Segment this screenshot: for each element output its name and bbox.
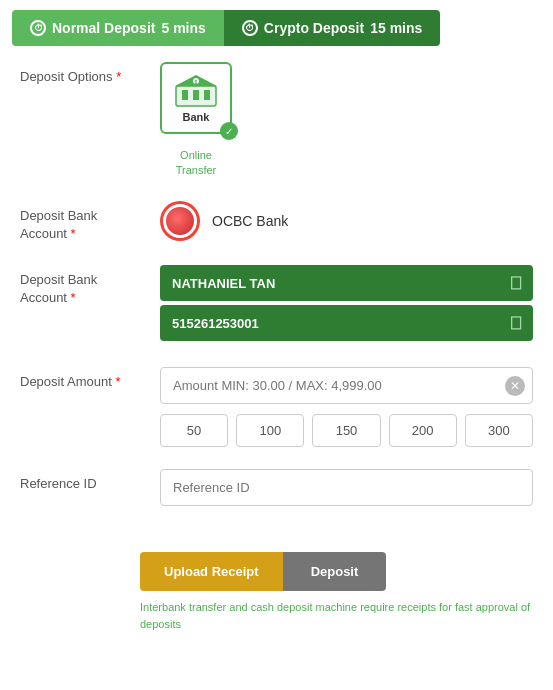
tab-normal-label: Normal Deposit (52, 20, 155, 36)
account-name-text: NATHANIEL TAN (172, 276, 275, 291)
bank-select-row: Deposit Bank Account * OCBC Bank (20, 201, 533, 243)
svg-rect-3 (193, 90, 199, 100)
quick-amount-100[interactable]: 100 (236, 414, 304, 447)
account-number-text: 515261253001 (172, 316, 259, 331)
quick-amounts: 50 100 150 200 300 (160, 414, 533, 447)
bank-option-label: Bank (183, 111, 210, 123)
quick-amount-200[interactable]: 200 (389, 414, 457, 447)
deposit-options-label: Deposit Options * (20, 62, 160, 86)
reference-label: Reference ID (20, 469, 160, 493)
reference-input[interactable] (160, 469, 533, 506)
bank-select-content: OCBC Bank (160, 201, 533, 241)
bank-icon: $ (174, 73, 218, 109)
bank-option-box[interactable]: $ Bank ✓ (160, 62, 232, 134)
reference-row: Reference ID (20, 469, 533, 506)
bank-row: OCBC Bank (160, 201, 533, 241)
notice-text: Interbank transfer and cash deposit mach… (140, 599, 553, 632)
account-fields-row: Deposit Bank Account * NATHANIEL TAN ⎕ 5… (20, 265, 533, 345)
form-content: Deposit Options * $ (0, 46, 553, 544)
amount-input[interactable] (160, 367, 533, 404)
account-fields-label: Deposit Bank Account * (20, 265, 160, 307)
quick-amount-150[interactable]: 150 (312, 414, 380, 447)
account-name-field: NATHANIEL TAN ⎕ (160, 265, 533, 301)
quick-amount-300[interactable]: 300 (465, 414, 533, 447)
upload-receipt-button[interactable]: Upload Receipt (140, 552, 283, 591)
reference-content (160, 469, 533, 506)
svg-text:$: $ (195, 79, 198, 85)
tab-normal-time: 5 mins (161, 20, 205, 36)
clock-icon-crypto: ⏱ (242, 20, 258, 36)
copy-number-icon[interactable]: ⎕ (511, 314, 521, 332)
tab-crypto-label: Crypto Deposit (264, 20, 364, 36)
svg-rect-2 (182, 90, 188, 100)
ocbc-bank-name: OCBC Bank (212, 213, 288, 229)
clock-icon-normal: ⏱ (30, 20, 46, 36)
amount-label: Deposit Amount * (20, 367, 160, 391)
tab-normal-deposit[interactable]: ⏱ Normal Deposit 5 mins (12, 10, 224, 46)
amount-row: Deposit Amount * ✕ 50 100 150 200 300 (20, 367, 533, 447)
bottom-actions: Upload Receipt Deposit (140, 552, 553, 591)
option-subtext: OnlineTransfer (160, 148, 232, 179)
account-fields-content: NATHANIEL TAN ⎕ 515261253001 ⎕ (160, 265, 533, 345)
amount-clear-icon[interactable]: ✕ (505, 376, 525, 396)
account-number-field: 515261253001 ⎕ (160, 305, 533, 341)
tab-crypto-time: 15 mins (370, 20, 422, 36)
amount-input-wrapper: ✕ (160, 367, 533, 404)
deposit-options-content: $ Bank ✓ OnlineTransfer (160, 62, 533, 179)
amount-content: ✕ 50 100 150 200 300 (160, 367, 533, 447)
svg-rect-4 (204, 90, 210, 100)
tab-crypto-deposit[interactable]: ⏱ Crypto Deposit 15 mins (224, 10, 440, 46)
deposit-button[interactable]: Deposit (283, 552, 387, 591)
ocbc-logo (160, 201, 200, 241)
quick-amount-50[interactable]: 50 (160, 414, 228, 447)
check-badge: ✓ (220, 122, 238, 140)
bank-select-label: Deposit Bank Account * (20, 201, 160, 243)
copy-name-icon[interactable]: ⎕ (511, 274, 521, 292)
deposit-options-row: Deposit Options * $ (20, 62, 533, 179)
tab-bar: ⏱ Normal Deposit 5 mins ⏱ Crypto Deposit… (0, 0, 553, 46)
